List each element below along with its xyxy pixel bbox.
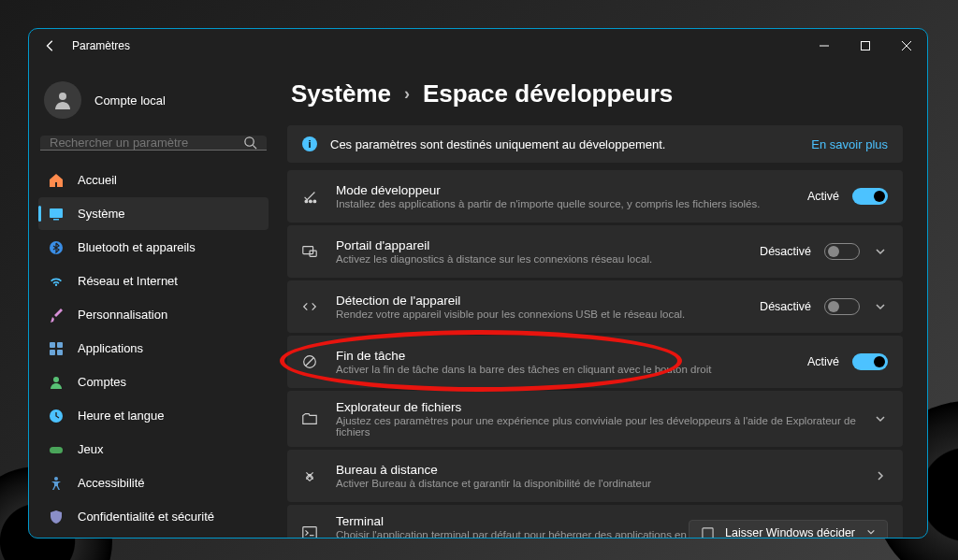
info-text: Ces paramètres sont destinés uniquement …: [330, 137, 665, 151]
profile-name: Compte local: [94, 93, 166, 108]
setting-desc: Activer la fin de tâche dans la barre de…: [336, 364, 807, 375]
toggle-state-label: Activé: [807, 190, 839, 203]
chevron-down-icon[interactable]: [873, 244, 888, 259]
svg-point-19: [310, 200, 312, 203]
wifi-icon: [48, 273, 65, 290]
sidebar-item-home[interactable]: Accueil: [38, 164, 269, 196]
sidebar-item-label: Jeux: [78, 442, 103, 456]
svg-rect-12: [50, 350, 55, 355]
setting-icon-4: [300, 409, 319, 428]
svg-rect-25: [303, 527, 316, 538]
svg-rect-27: [702, 527, 712, 538]
setting-desc: Rendez votre appareil visible pour les c…: [336, 309, 760, 320]
toggle-switch[interactable]: [852, 188, 888, 205]
setting-card-3[interactable]: Fin de tâche Activer la fin de tâche dan…: [287, 336, 903, 388]
learn-more-link[interactable]: En savoir plus: [811, 137, 888, 151]
bluetooth-icon: [48, 239, 65, 256]
setting-icon-1: [300, 242, 319, 261]
toggle-switch[interactable]: [824, 243, 860, 260]
sidebar-item-label: Personnalisation: [78, 308, 167, 322]
close-button[interactable]: [886, 29, 927, 63]
setting-right: Désactivé: [760, 243, 888, 260]
time-icon: [48, 408, 65, 424]
maximize-button[interactable]: [845, 29, 886, 63]
sidebar-item-update[interactable]: Windows Update: [38, 534, 269, 538]
svg-rect-7: [50, 208, 63, 218]
setting-right: [873, 468, 888, 483]
svg-rect-10: [50, 342, 55, 348]
profile-block[interactable]: Compte local: [35, 70, 272, 132]
setting-title: Portail d'appareil: [336, 238, 760, 252]
breadcrumb-system[interactable]: Système: [291, 79, 391, 108]
setting-text: Bureau à distance Activer Bureau à dista…: [336, 463, 873, 489]
setting-card-0[interactable]: Mode développeur Installez des applicati…: [287, 170, 903, 223]
toggle-switch[interactable]: [852, 353, 888, 370]
setting-card-2[interactable]: Détection de l'appareil Rendez votre app…: [287, 280, 903, 333]
svg-point-17: [54, 477, 58, 481]
sidebar-item-label: Système: [78, 207, 125, 221]
setting-right: Désactivé: [760, 298, 888, 315]
sidebar-item-label: Bluetooth et appareils: [78, 240, 196, 254]
sidebar-item-bluetooth[interactable]: Bluetooth et appareils: [38, 231, 269, 264]
sidebar-item-accounts[interactable]: Comptes: [38, 366, 269, 398]
search-input[interactable]: [50, 136, 243, 150]
sidebar-item-wifi[interactable]: Réseau et Internet: [38, 265, 269, 297]
toggle-switch[interactable]: [824, 298, 860, 315]
minimize-button[interactable]: [804, 29, 845, 63]
setting-text: Détection de l'appareil Rendez votre app…: [336, 294, 760, 320]
toggle-state-label: Activé: [807, 355, 839, 368]
setting-card-1[interactable]: Portail d'appareil Activez les diagnosti…: [287, 225, 903, 278]
chevron-right-icon: ›: [404, 84, 410, 104]
svg-rect-1: [862, 42, 870, 50]
setting-card-4[interactable]: Explorateur de fichiers Ajustez ces para…: [287, 391, 903, 447]
sidebar-item-system[interactable]: Système: [38, 197, 269, 230]
search-box[interactable]: [40, 136, 267, 151]
sidebar-item-games[interactable]: Jeux: [38, 433, 269, 466]
brush-icon: [48, 307, 65, 323]
sidebar-item-privacy[interactable]: Confidentialité et sécurité: [38, 500, 269, 533]
setting-card-5[interactable]: Bureau à distance Activer Bureau à dista…: [287, 450, 903, 502]
sidebar-item-label: Applications: [78, 341, 143, 355]
svg-point-20: [313, 200, 316, 203]
window-title: Paramètres: [72, 39, 130, 52]
terminal-dropdown[interactable]: Laisser Windows décider: [689, 520, 888, 538]
sidebar-item-label: Confidentialité et sécurité: [78, 510, 214, 524]
setting-text: Explorateur de fichiers Ajustez ces para…: [336, 400, 873, 438]
sidebar-item-brush[interactable]: Personnalisation: [38, 298, 269, 331]
games-icon: [48, 441, 65, 458]
setting-icon-0: [300, 187, 319, 206]
setting-title: Explorateur de fichiers: [336, 400, 873, 414]
setting-icon-5: [300, 467, 319, 485]
chevron-right-icon[interactable]: [873, 468, 888, 483]
breadcrumb: Système › Espace développeurs: [291, 79, 903, 108]
sidebar-item-label: Réseau et Internet: [78, 274, 178, 288]
sidebar-item-label: Accueil: [78, 173, 117, 187]
setting-text: Terminal Choisir l'application terminal …: [336, 514, 689, 538]
sidebar: Compte local AccueilSystèmeBluetooth et …: [29, 63, 278, 538]
setting-desc: Activez les diagnostics à distance sur l…: [336, 253, 760, 265]
setting-icon-6: [300, 524, 319, 538]
sidebar-item-apps[interactable]: Applications: [38, 332, 269, 365]
sidebar-item-accessibility[interactable]: Accessibilité: [38, 467, 269, 499]
setting-card-6[interactable]: Terminal Choisir l'application terminal …: [287, 505, 903, 538]
setting-text: Portail d'appareil Activez les diagnosti…: [336, 238, 760, 265]
toggle-state-label: Désactivé: [760, 245, 811, 258]
chevron-down-icon[interactable]: [873, 299, 888, 314]
svg-point-18: [305, 200, 308, 203]
setting-text: Fin de tâche Activer la fin de tâche dan…: [336, 349, 807, 375]
svg-point-14: [53, 377, 59, 382]
chevron-down-icon: [866, 526, 876, 538]
avatar: [44, 81, 81, 119]
setting-icon-2: [300, 297, 319, 316]
setting-text: Mode développeur Installez des applicati…: [336, 183, 807, 209]
apps-icon: [48, 340, 65, 357]
setting-title: Fin de tâche: [336, 349, 807, 363]
setting-right: [873, 411, 888, 426]
sidebar-item-time[interactable]: Heure et langue: [38, 399, 269, 432]
sidebar-item-label: Accessibilité: [78, 476, 145, 490]
chevron-down-icon[interactable]: [873, 411, 888, 426]
svg-rect-8: [53, 219, 59, 221]
sidebar-item-label: Heure et langue: [78, 409, 165, 423]
setting-right: Activé: [807, 188, 888, 205]
back-arrow-icon[interactable]: [42, 37, 59, 54]
